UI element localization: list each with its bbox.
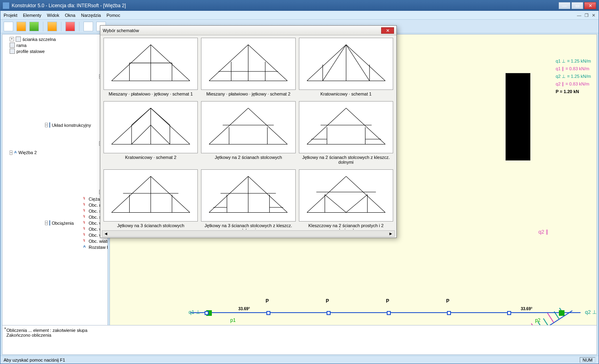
schema-thumb (299, 169, 393, 222)
status-help: Aby uzyskać pomoc naciśnij F1 (4, 358, 65, 362)
svg-line-32 (209, 108, 248, 144)
mdi-close-icon[interactable]: ✕ (592, 13, 595, 18)
schema-option[interactable]: Kleszczowy na 2 ścianach prostych i 2 uk… (299, 169, 393, 230)
tree-item-load[interactable]: Rozstaw krokwi d = 1.00 m (89, 245, 108, 250)
load-icon: ↯ (82, 214, 87, 220)
tb-delete[interactable] (65, 22, 75, 31)
node (447, 311, 451, 315)
schema-option[interactable]: Jętkowy na 2 ścianach stolcowych (201, 101, 295, 166)
scroll-left-icon[interactable]: ◄ (103, 231, 109, 236)
svg-line-46 (112, 176, 151, 212)
legend-p: P = 1.20 kN (556, 89, 591, 94)
q2-par-label: q2 ∥ (538, 229, 548, 235)
maximize-button[interactable]: ▭ (571, 2, 583, 9)
dialog-titlebar[interactable]: Wybór schematów ✕ (100, 26, 396, 35)
tb-doc1[interactable] (83, 22, 93, 31)
folder-icon (49, 122, 50, 128)
svg-line-27 (132, 108, 151, 125)
legend-q1-par: q1 ∥ = 0.83 kN/m (556, 66, 591, 71)
output-pane: × Obliczenia ... element : zakotwienie s… (2, 325, 597, 355)
p-load-label: P (266, 298, 269, 304)
tree-item-uklad[interactable]: Układ konstrukcyjny (52, 123, 91, 128)
menu-pomoc[interactable]: Pomoc (107, 13, 120, 18)
p-load-label: P (386, 298, 389, 304)
schema-option[interactable]: Mieszany · płatwiowo · jętkowy · schemat… (201, 38, 295, 98)
folder-icon (49, 220, 50, 226)
scroll-right-icon[interactable]: ► (388, 231, 394, 236)
schema-caption: Jętkowy na 3 ścianach stolcowych z klesz… (201, 222, 295, 230)
node (266, 311, 270, 315)
svg-line-67 (325, 195, 346, 213)
menu-projekt[interactable]: Projekt (4, 13, 17, 18)
schema-thumb (201, 169, 295, 222)
tb-open2[interactable] (29, 22, 39, 31)
angle-left: 33.69° (238, 307, 250, 311)
svg-line-28 (151, 108, 170, 125)
truss-icon: A (14, 150, 17, 155)
tb-save[interactable] (47, 22, 57, 31)
schema-option[interactable]: Jętkowy na 3 ścianach stolcowych (104, 169, 198, 230)
expander-icon[interactable]: − (45, 221, 48, 225)
expander-icon[interactable]: − (10, 150, 12, 155)
titlebar: Konstruktor 5.0 - Licencja dla: INTERsof… (0, 0, 599, 11)
mdi-restore-icon[interactable]: ❐ (585, 13, 589, 18)
schema-option[interactable]: Jętkowy na 2 ścianach stolcowych z klesz… (299, 101, 393, 166)
legend-q1-perp: q1 ⊥ = 1.25 kN/m (556, 59, 591, 64)
item-icon (16, 37, 21, 42)
tree-item-load[interactable]: Obc. wiatrem w2p = 0.30 kN/m2 (89, 239, 108, 244)
schema-caption: Jętkowy na 2 ścianach stolcowych (201, 153, 295, 161)
schema-caption: Mieszany · płatwiowo · jętkowy · schemat… (104, 90, 198, 98)
schema-option[interactable]: Mieszany · płatwiowo · jętkowy · schemat… (104, 38, 198, 98)
tb-open[interactable] (16, 22, 26, 31)
schema-thumb (104, 169, 198, 222)
menu-elementy[interactable]: Elementy (23, 13, 41, 18)
svg-line-8 (248, 45, 288, 81)
svg-line-14 (307, 45, 346, 81)
svg-line-53 (209, 176, 248, 212)
statusbar: Aby uzyskać pomoc naciśnij F1 NUM (0, 356, 599, 364)
menu-narzedzia[interactable]: Narzędzia (81, 13, 101, 18)
schema-caption: Jętkowy na 3 ścianach stolcowych (104, 222, 198, 230)
mdi-minimize-icon[interactable]: — (577, 13, 581, 18)
schema-caption: Kratownicowy · schemat 1 (299, 90, 393, 98)
preview-panel (506, 73, 530, 161)
project-tree-pane[interactable]: +ścianka szczelna rama profile stalowe −… (2, 34, 108, 344)
dialog-close-button[interactable]: ✕ (381, 27, 394, 34)
minimize-button[interactable]: — (558, 2, 571, 9)
tree-item-wiezba[interactable]: Więźba 2 (18, 150, 37, 155)
svg-line-1 (151, 45, 190, 81)
load-icon: ↯ (82, 226, 87, 232)
tree-item[interactable]: profile stalowe (16, 49, 45, 54)
output-close-icon[interactable]: × (3, 326, 7, 330)
expander-icon[interactable]: − (45, 123, 48, 127)
schema-caption: Kratownicowy · schemat 2 (104, 153, 198, 161)
app-icon (3, 2, 9, 9)
svg-line-47 (151, 176, 190, 212)
item-icon (10, 43, 15, 48)
q2-label: q2 ⊥ (585, 309, 597, 315)
svg-line-31 (151, 125, 170, 144)
svg-line-62 (307, 176, 346, 212)
svg-line-15 (346, 45, 385, 81)
svg-line-7 (209, 45, 248, 81)
dialog-hscrollbar[interactable]: ◄ ► (102, 230, 395, 237)
menu-okna[interactable]: Okna (65, 13, 75, 18)
load-icon: ↯ (82, 202, 87, 207)
schema-thumb (299, 38, 393, 90)
schema-caption: Mieszany · płatwiowo · jętkowy · schemat… (201, 90, 295, 98)
tree-item-obciazenia[interactable]: Obciążenia (52, 221, 74, 226)
tree-item[interactable]: rama (16, 43, 26, 48)
tree-item[interactable]: ścianka szczelna (22, 37, 56, 42)
schema-option[interactable]: Kratownicowy · schemat 2 (104, 101, 198, 166)
schema-option[interactable]: Jętkowy na 3 ścianach stolcowych z klesz… (201, 169, 295, 230)
schema-thumb (104, 38, 198, 90)
status-num: NUM (580, 357, 595, 363)
expander-icon[interactable]: + (10, 37, 14, 41)
schema-option[interactable]: Kratownicowy · schemat 1 (299, 38, 393, 98)
schema-thumb (201, 101, 295, 153)
menu-widok[interactable]: Widok (47, 13, 59, 18)
close-button[interactable]: ✕ (584, 2, 596, 9)
tb-new[interactable] (4, 22, 13, 31)
svg-line-68 (346, 195, 367, 213)
toolbar-separator (79, 22, 79, 31)
